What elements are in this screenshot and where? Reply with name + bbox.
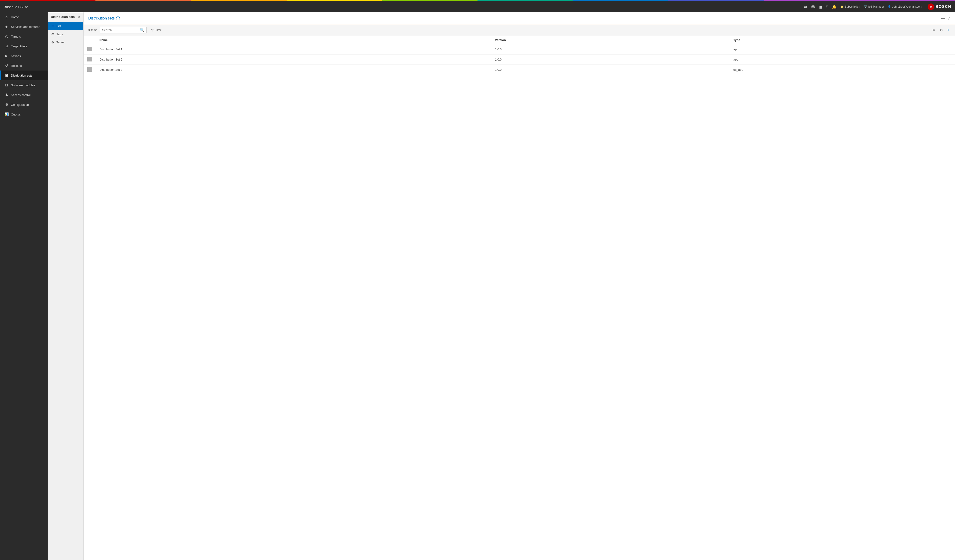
search-icon[interactable]: 🔍 <box>140 28 144 32</box>
services-icon: ◈ <box>5 25 9 29</box>
share-icon[interactable]: ⇄ <box>804 5 807 9</box>
app-header: Bosch IoT Suite ⇄ ☎ ▣ § 🔔 📁 Subscription… <box>0 1 955 12</box>
sub-panel: Distribution sets × ☰ List 🏷 Tags ⚙ Type… <box>48 12 84 560</box>
content-title-actions: — ⤢ <box>941 16 950 23</box>
row-name: Distribution Set 2 <box>96 55 491 65</box>
app-title: Bosch IoT Suite <box>4 5 28 9</box>
user-email: John.Doe@domain.com <box>892 5 922 8</box>
info-icon[interactable]: i <box>116 17 120 20</box>
sidebar-item-services-features[interactable]: ◈ Services and features <box>0 22 48 31</box>
user-link[interactable]: 👤 John.Doe@domain.com <box>888 5 922 8</box>
sidebar-item-rollouts[interactable]: ↺ Rollouts <box>0 61 48 70</box>
minimize-icon[interactable]: — <box>941 16 945 20</box>
table-row[interactable]: Distribution Set 1 1.0.0 app <box>84 44 955 55</box>
sidebar-item-targets[interactable]: ◎ Targets <box>0 31 48 41</box>
expand-icon[interactable]: ⤢ <box>947 16 950 21</box>
sub-panel-title: Distribution sets <box>51 15 75 19</box>
search-container: 🔍 <box>100 27 147 33</box>
table-header-row: Name Version Type <box>84 36 955 44</box>
col-header-version: Version <box>491 36 730 44</box>
col-header-type: Type <box>730 36 955 44</box>
row-version: 1.0.0 <box>491 44 730 55</box>
content-title-container: Distribution sets i <box>88 16 120 23</box>
sidebar-label-access-control: Access control <box>11 93 31 97</box>
row-checkbox[interactable] <box>87 47 92 51</box>
col-header-name: Name <box>96 36 491 44</box>
sidebar-item-home[interactable]: ⌂ Home <box>0 12 48 22</box>
sub-panel-label-types: Types <box>56 41 64 44</box>
row-checkbox[interactable] <box>87 67 92 72</box>
content-title-text: Distribution sets <box>88 16 115 20</box>
sub-panel-header: Distribution sets × <box>48 12 83 22</box>
row-type: app <box>730 55 955 65</box>
toolbar-right: ✏ ⚙ + <box>932 27 950 33</box>
rollouts-icon: ↺ <box>5 64 9 68</box>
sub-panel-item-tags[interactable]: 🏷 Tags <box>48 30 83 38</box>
software-modules-icon: ⊟ <box>5 83 9 87</box>
phone-icon[interactable]: ☎ <box>811 5 816 9</box>
row-checkbox[interactable] <box>87 57 92 61</box>
add-icon[interactable]: + <box>946 27 950 33</box>
bosch-circle-icon: ⊙ <box>928 3 934 10</box>
sidebar-item-access-control[interactable]: ♟ Access control <box>0 90 48 100</box>
row-version: 1.0.0 <box>491 65 730 75</box>
sub-panel-close-button[interactable]: × <box>78 15 80 19</box>
sidebar-label-quotas: Quotas <box>11 113 21 116</box>
edit-icon[interactable]: ✏ <box>932 28 936 33</box>
types-icon: ⚙ <box>51 41 55 44</box>
sidebar-label-targets: Targets <box>11 35 21 38</box>
folder-icon: 📁 <box>840 5 844 8</box>
bosch-text: BOSCH <box>936 5 951 9</box>
targets-icon: ◎ <box>5 34 9 39</box>
sub-panel-label-tags: Tags <box>56 33 63 36</box>
header-left: Bosch IoT Suite <box>4 5 28 9</box>
sidebar-item-software-modules[interactable]: ⊟ Software modules <box>0 80 48 90</box>
sidebar-label-software-modules: Software modules <box>11 84 35 87</box>
row-type: app <box>730 44 955 55</box>
row-version: 1.0.0 <box>491 55 730 65</box>
row-checkbox-cell <box>84 44 96 55</box>
sidebar-label-home: Home <box>11 15 19 19</box>
sidebar-item-actions[interactable]: ▶ Actions <box>0 51 48 61</box>
content-header: Distribution sets i — ⤢ <box>84 12 955 24</box>
sidebar-item-target-filters[interactable]: ⊿ Target filters <box>0 41 48 51</box>
main-layout: ⌂ Home ◈ Services and features ◎ Targets… <box>0 12 955 560</box>
col-header-checkbox <box>84 36 96 44</box>
user-icon: 👤 <box>888 5 891 8</box>
filter-button[interactable]: ▽ Filter <box>149 27 163 33</box>
header-right: ⇄ ☎ ▣ § 🔔 📁 Subscription 🖥️ IoT Manager … <box>804 3 951 10</box>
sidebar-label-configuration: Configuration <box>11 103 29 106</box>
target-filters-icon: ⊿ <box>5 44 9 48</box>
search-input[interactable] <box>102 28 140 32</box>
table-container: Name Version Type Distribution Set 1 1.0… <box>84 36 955 560</box>
sidebar-item-distribution-sets[interactable]: ⊞ Distribution sets <box>0 70 48 80</box>
content-area: Distribution sets i — ⤢ 3 items 🔍 ▽ Filt… <box>84 12 955 560</box>
row-checkbox-cell <box>84 65 96 75</box>
row-type: os_app <box>730 65 955 75</box>
bosch-logo: ⊙ BOSCH <box>928 3 951 10</box>
toolbar: 3 items 🔍 ▽ Filter ✏ ⚙ + <box>84 24 955 36</box>
sub-panel-item-types[interactable]: ⚙ Types <box>48 38 83 47</box>
bell-icon[interactable]: 🔔 <box>832 5 836 9</box>
item-count: 3 items <box>88 28 97 32</box>
sidebar-item-configuration[interactable]: ⚙ Configuration <box>0 100 48 109</box>
distribution-sets-icon: ⊞ <box>5 73 9 78</box>
list-icon: ☰ <box>51 24 55 28</box>
dollar-icon[interactable]: § <box>826 5 828 9</box>
sidebar-label-target-filters: Target filters <box>11 45 27 48</box>
sidebar-label-rollouts: Rollouts <box>11 64 22 67</box>
layout-icon[interactable]: ▣ <box>819 5 823 9</box>
sidebar-label-distribution-sets: Distribution sets <box>11 74 32 77</box>
sidebar-item-quotas[interactable]: 📊 Quotas <box>0 109 48 119</box>
home-icon: ⌂ <box>5 15 9 19</box>
row-name: Distribution Set 3 <box>96 65 491 75</box>
distribution-sets-table: Name Version Type Distribution Set 1 1.0… <box>84 36 955 75</box>
sidebar-label-services: Services and features <box>11 25 40 28</box>
sub-panel-item-list[interactable]: ☰ List <box>48 22 83 30</box>
quotas-icon: 📊 <box>5 112 9 117</box>
iot-manager-link[interactable]: 🖥️ IoT Manager <box>864 5 884 8</box>
subscription-link[interactable]: 📁 Subscription <box>840 5 860 8</box>
settings-icon[interactable]: ⚙ <box>939 28 944 33</box>
table-row[interactable]: Distribution Set 3 1.0.0 os_app <box>84 65 955 75</box>
table-row[interactable]: Distribution Set 2 1.0.0 app <box>84 55 955 65</box>
